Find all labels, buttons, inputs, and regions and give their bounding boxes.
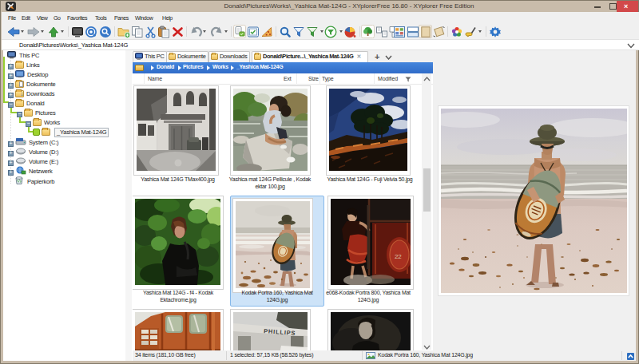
svg-text:22: 22 [395,253,402,260]
